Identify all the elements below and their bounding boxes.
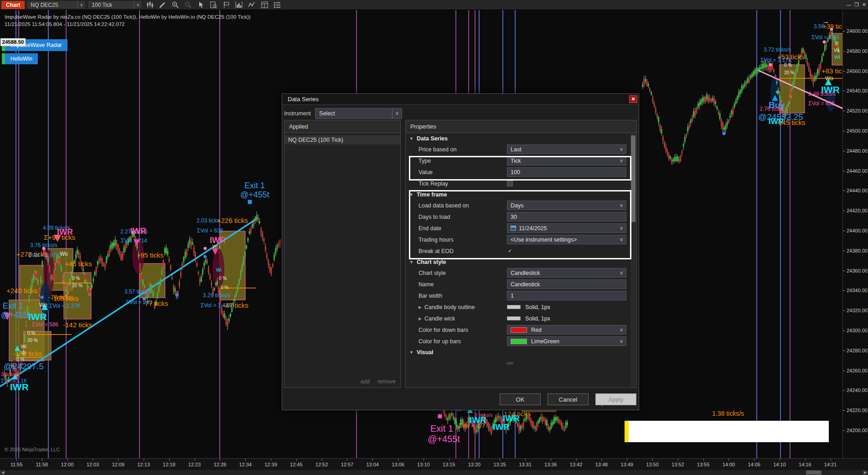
property-row: ▶Candle body outlineSolid, 1px	[406, 301, 630, 313]
horizontal-scrollbar[interactable]: ◀ ▶	[0, 470, 868, 475]
cursor-icon[interactable]	[195, 1, 206, 9]
instrument-select-dropdown[interactable]: Select ∨	[315, 108, 402, 119]
chevron-down-icon: ∨	[392, 108, 402, 119]
days-to-load-input[interactable]: 30	[507, 212, 626, 222]
pencil-icon[interactable]	[157, 1, 168, 9]
time-axis-label: 11:58	[36, 462, 48, 467]
interval-selector[interactable]: 100 Tick ∨	[88, 0, 142, 9]
property-label: Color for up bars	[418, 338, 461, 345]
trading-hours-dropdown[interactable]: <Use instrument settings>∨	[507, 235, 626, 244]
chart-report-icon[interactable]	[208, 1, 219, 9]
stroke-swatch[interactable]	[507, 316, 521, 320]
apply-button[interactable]: Apply	[595, 393, 636, 405]
chart-annotation: @+455t	[240, 191, 269, 199]
chart-annotation: 0 %	[27, 331, 35, 336]
time-tick	[271, 459, 271, 461]
price-axis[interactable]: 24600.0024580.0024560.0024540.0024520.00…	[842, 10, 868, 458]
price-based-on-dropdown[interactable]: Last∨	[507, 145, 626, 154]
maximize-button[interactable]: ❐	[854, 2, 859, 8]
remove-button[interactable]: remove	[377, 378, 396, 385]
chart-style-dropdown[interactable]: Candlestick∨	[507, 268, 626, 278]
ok-button[interactable]: OK	[500, 393, 541, 405]
zigzag-line-icon[interactable]	[246, 1, 257, 9]
property-label: Candle body outline	[424, 304, 475, 310]
applied-series-item[interactable]: NQ DEC25 (100 Tick)	[284, 135, 400, 145]
expand-icon[interactable]: ▶	[418, 305, 422, 310]
end-date-dropdown[interactable]: 11/24/2025∨	[507, 223, 626, 233]
dropdown-value: Last	[511, 146, 522, 153]
break-at-eod-checkbox[interactable]: ✓	[507, 248, 513, 254]
time-axis[interactable]: 11:5511:5812:0012:0312:0912:1312:1812:23…	[0, 458, 868, 470]
section-header-visual[interactable]: ▼Visual	[406, 347, 630, 357]
close-window-button[interactable]: ✕	[862, 2, 866, 8]
chart-annotation: ΣVol = 1.97K	[28, 253, 60, 258]
chart-annotation: Exit 1	[244, 181, 265, 190]
chart-annotation: -95 ticks	[138, 252, 164, 258]
bar-chart-icon[interactable]	[233, 1, 244, 9]
progress-bar	[625, 421, 829, 442]
dialog-close-button[interactable]: ✕	[629, 95, 637, 103]
chart-annotation: 0 %	[72, 276, 80, 281]
add-button[interactable]: add	[361, 378, 370, 385]
minimize-button[interactable]: —	[846, 2, 851, 7]
color-for-up-bars-dropdown[interactable]: LimeGreen∨	[507, 336, 626, 346]
section-header-chart-style[interactable]: ▼Chart style	[406, 257, 630, 267]
type-dropdown[interactable]: Tick∨	[507, 156, 626, 165]
properties-scrollbar[interactable]	[630, 134, 636, 387]
name-input[interactable]: Candlestick	[507, 279, 626, 289]
time-tick	[576, 459, 577, 461]
bar-width-input[interactable]: 1	[507, 291, 626, 300]
property-row: Break at EOD✓	[406, 245, 630, 257]
zoom-in-icon[interactable]	[170, 1, 181, 9]
load-data-based-on-dropdown[interactable]: Days∨	[507, 201, 626, 210]
price-axis-label: 24540.00	[847, 88, 868, 93]
time-tick	[322, 459, 322, 461]
chart-annotation: ΣVol = 1.46	[811, 35, 839, 40]
list-icon[interactable]	[272, 1, 283, 9]
property-row: Tick Replay	[406, 178, 630, 189]
color-for-down-bars-dropdown[interactable]: Red∨	[507, 325, 626, 335]
legend-hellowin[interactable]: HelloWin	[2, 53, 38, 64]
section-header-data-series[interactable]: ▼Data Series	[406, 133, 630, 144]
cancel-button[interactable]: Cancel	[548, 393, 589, 405]
chart-annotation: +39 tic	[823, 23, 842, 30]
expand-icon[interactable]: ▶	[418, 316, 422, 321]
scrollbar-thumb[interactable]	[806, 470, 822, 475]
value-input[interactable]: 100	[507, 167, 626, 177]
chart-annotation: IWR	[493, 423, 510, 431]
candlestick-chart-icon[interactable]	[144, 1, 155, 9]
time-axis-label: 12:45	[290, 462, 303, 467]
time-tick	[500, 459, 500, 461]
scroll-right-icon[interactable]: ▶	[863, 470, 868, 475]
time-tick	[93, 459, 93, 461]
chart-annotation: 2.48 ticks/s	[808, 91, 836, 97]
instrument-selector[interactable]: NQ DEC25 ∨	[26, 0, 86, 9]
chevron-down-icon: ∨	[617, 158, 626, 164]
chevron-down-icon: ∨	[617, 225, 626, 231]
section-header-time-frame[interactable]: ▼Time frame	[406, 189, 630, 200]
time-axis-label: 13:15	[443, 462, 455, 467]
time-tick	[551, 459, 551, 461]
collapse-icon: ▼	[409, 260, 413, 264]
panel-flag-icon[interactable]	[221, 1, 232, 9]
chart-annotation: -142 ticks	[63, 321, 92, 328]
price-axis-label: 24280.00	[847, 348, 868, 353]
property-label: End date	[418, 225, 441, 232]
zoom-out-icon[interactable]	[182, 1, 193, 9]
stroke-swatch[interactable]	[507, 305, 521, 309]
property-label: Name	[418, 281, 434, 288]
price-tick	[843, 91, 845, 91]
tick-replay-checkbox[interactable]	[507, 181, 513, 186]
scrollbar-thumb[interactable]	[631, 135, 636, 222]
spreadsheet-icon[interactable]	[259, 1, 270, 9]
instrument-select-value: Select	[319, 110, 335, 117]
scroll-left-icon[interactable]: ◀	[0, 470, 5, 475]
chart-annotation: V4	[834, 48, 839, 53]
interval-selector-value: 100 Tick	[92, 2, 112, 8]
chart-annotation: -77 ticks	[143, 300, 168, 307]
price-tick	[843, 290, 845, 291]
price-axis-label: 24200.00	[847, 428, 868, 433]
time-axis-label: 13:36	[544, 462, 557, 467]
dropdown-value: Red	[531, 327, 542, 333]
chart-menu-button[interactable]: Chart	[1, 1, 25, 9]
